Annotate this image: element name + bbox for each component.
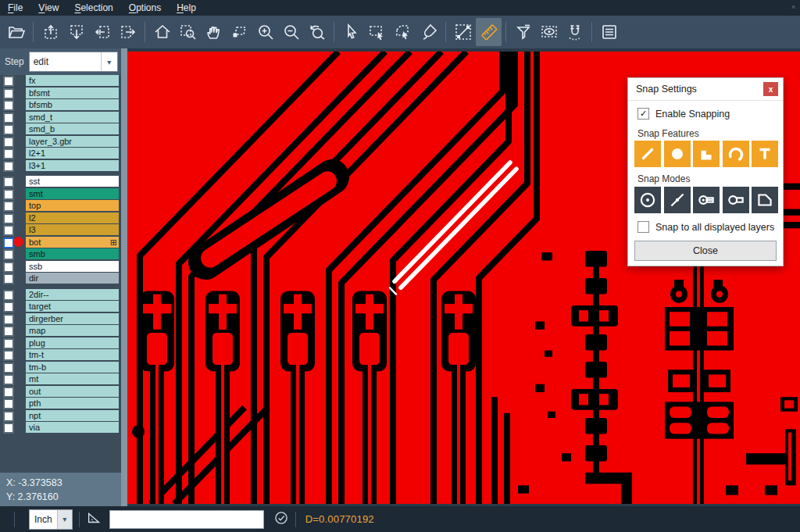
layer-label-bar[interactable]: plug (26, 337, 119, 348)
select-rect-button[interactable] (364, 18, 390, 46)
snap-mode-contour-button[interactable] (752, 187, 778, 213)
command-input[interactable] (109, 510, 264, 529)
select-poly-button[interactable] (390, 18, 416, 46)
enable-snapping-checkbox[interactable]: ✓ (638, 108, 649, 120)
layer-label-bar[interactable]: l2 (26, 212, 119, 223)
layer-visibility-checkbox[interactable] (3, 201, 14, 212)
layer-visibility-checkbox[interactable] (3, 88, 14, 99)
snap-mode-center-button[interactable] (634, 187, 661, 213)
ruler-button[interactable] (476, 18, 502, 46)
menu-item-help[interactable]: Help (169, 0, 204, 16)
layer-visibility-checkbox[interactable] (3, 124, 14, 135)
report-button[interactable] (596, 18, 622, 46)
scroll-left-button[interactable] (89, 18, 115, 46)
layer-visibility-checkbox[interactable] (3, 302, 14, 312)
layer-visibility-checkbox[interactable] (3, 387, 14, 398)
layer-visibility-checkbox[interactable] (3, 326, 14, 337)
layer-label-bar[interactable]: dir (26, 273, 119, 284)
snap-button[interactable] (562, 18, 588, 46)
layer-label-bar[interactable]: tm-t (26, 349, 119, 360)
zoom-out-button[interactable] (278, 18, 304, 46)
layer-visibility-checkbox[interactable] (3, 237, 14, 248)
menu-item-options[interactable]: Options (121, 0, 169, 16)
layer-label-bar[interactable]: bfsmt (26, 87, 119, 98)
layer-label-bar[interactable]: bfsmb (26, 99, 119, 110)
snap-feature-arc-button[interactable] (723, 141, 749, 167)
layer-label-bar[interactable]: npt (26, 410, 119, 421)
display-button[interactable] (536, 18, 562, 46)
panel-splitter[interactable] (121, 48, 127, 506)
layer-visibility-checkbox[interactable] (3, 273, 14, 284)
zoom-previous-button[interactable] (304, 18, 330, 46)
snap-feature-surface-button[interactable] (693, 141, 720, 167)
zoom-in-button[interactable] (252, 18, 278, 46)
pan-hand-button[interactable] (201, 18, 227, 46)
layer-visibility-checkbox[interactable] (3, 225, 14, 236)
layer-visibility-checkbox[interactable] (3, 262, 14, 273)
layer-label-bar[interactable]: via (26, 422, 119, 433)
snap-feature-circle-button[interactable] (664, 141, 691, 167)
layer-label-bar[interactable]: smd_b (26, 123, 119, 134)
layer-visibility-checkbox[interactable] (3, 290, 14, 301)
angle-icon[interactable] (86, 509, 103, 530)
layer-label-bar[interactable]: sst (26, 176, 119, 187)
layer-label-bar[interactable]: map (26, 325, 119, 336)
layer-visibility-checkbox[interactable] (3, 362, 14, 373)
unit-select[interactable]: Inch ▾ (29, 509, 73, 530)
layer-visibility-checkbox[interactable] (3, 76, 14, 87)
home-button[interactable] (149, 18, 175, 46)
area-zoom-button[interactable] (227, 18, 252, 46)
layer-label-bar[interactable]: out (26, 386, 119, 397)
layer-visibility-checkbox[interactable] (3, 148, 14, 159)
layer-visibility-checkbox[interactable] (3, 423, 14, 434)
snap-mode-slot-button[interactable] (723, 187, 749, 213)
layer-visibility-checkbox[interactable] (3, 338, 14, 349)
close-icon[interactable]: x (763, 82, 778, 96)
layer-label-bar[interactable]: smd_t (26, 112, 119, 123)
layer-label-bar[interactable]: pth (26, 398, 119, 409)
close-button[interactable]: Close (634, 241, 777, 261)
menu-item-view[interactable]: View (30, 0, 66, 16)
toolbar-overflow-chevron[interactable]: ^ (791, 5, 795, 13)
layer-grid-icon[interactable]: ⊞ (110, 238, 119, 246)
clean-button[interactable] (416, 18, 441, 46)
layer-label-bar[interactable]: dirgerber (26, 313, 119, 324)
layer-visibility-checkbox[interactable] (3, 112, 14, 123)
layer-label-bar[interactable]: smb (26, 248, 119, 259)
filter-button[interactable] (510, 18, 536, 46)
layer-visibility-checkbox[interactable] (3, 177, 14, 187)
layer-visibility-checkbox[interactable] (3, 411, 14, 422)
menu-item-selection[interactable]: Selection (66, 0, 120, 16)
snap-all-layers-checkbox[interactable] (638, 221, 649, 233)
layer-label-bar[interactable]: top (26, 200, 119, 211)
layer-visibility-checkbox[interactable] (3, 100, 14, 111)
step-select[interactable]: edit ▾ (29, 52, 118, 72)
layer-label-bar[interactable]: fx (26, 75, 119, 86)
measure-button[interactable] (450, 18, 476, 46)
layer-label-bar[interactable]: bot⊞ (26, 237, 119, 248)
layer-label-bar[interactable]: ssb (26, 261, 119, 272)
snap-mode-slot-line-button[interactable] (693, 187, 720, 213)
dialog-title-bar[interactable]: Snap Settings x (628, 78, 783, 101)
layer-visibility-checkbox[interactable] (3, 213, 14, 224)
scroll-right-button[interactable] (115, 18, 141, 46)
snap-feature-line-button[interactable] (634, 141, 661, 167)
layer-label-bar[interactable]: l3+1 (26, 160, 119, 171)
scroll-up-button[interactable] (38, 18, 63, 46)
layer-visibility-checkbox[interactable] (3, 314, 14, 325)
scroll-down-button[interactable] (63, 18, 89, 46)
menu-item-file[interactable]: File (0, 0, 30, 16)
layer-visibility-checkbox[interactable] (3, 161, 14, 172)
layer-label-bar[interactable]: layer_3.gbr (26, 136, 119, 147)
layer-label-bar[interactable]: l2+1 (26, 148, 119, 159)
snap-feature-text-button[interactable] (752, 141, 778, 167)
layer-visibility-checkbox[interactable] (3, 350, 14, 361)
layer-visibility-checkbox[interactable] (3, 374, 14, 385)
apply-check-icon[interactable] (273, 510, 289, 529)
layer-label-bar[interactable]: target (26, 301, 119, 312)
layer-label-bar[interactable]: tm-b (26, 362, 119, 373)
layer-visibility-checkbox[interactable] (3, 249, 14, 260)
layer-label-bar[interactable]: smt (26, 188, 119, 199)
layer-visibility-checkbox[interactable] (3, 189, 14, 200)
snap-mode-line-point-button[interactable] (664, 187, 691, 213)
